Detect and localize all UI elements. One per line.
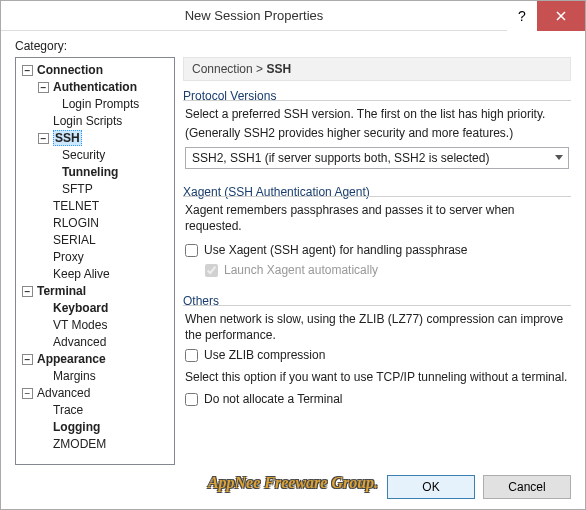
tree-login-prompts[interactable]: Login Prompts xyxy=(18,96,172,113)
breadcrumb-current: SSH xyxy=(266,62,291,76)
use-xagent-checkbox[interactable] xyxy=(185,244,198,257)
breadcrumb: Connection > SSH xyxy=(183,57,571,81)
collapse-icon[interactable]: − xyxy=(22,388,33,399)
tree-connection[interactable]: −Connection xyxy=(18,62,172,79)
others-desc-1: When network is slow, using the ZLIB (LZ… xyxy=(185,311,569,343)
ssh-version-value: SSH2, SSH1 (if server supports both, SSH… xyxy=(192,150,489,166)
title-bar: New Session Properties ? xyxy=(1,1,585,31)
tree-terminal[interactable]: −Terminal xyxy=(18,283,172,300)
cancel-button[interactable]: Cancel xyxy=(483,475,571,499)
tree-trace[interactable]: Trace xyxy=(18,402,172,419)
xagent-desc: Xagent remembers passphrases and passes … xyxy=(185,202,569,234)
breadcrumb-parent: Connection xyxy=(192,62,253,76)
tree-rlogin[interactable]: RLOGIN xyxy=(18,215,172,232)
collapse-icon[interactable]: − xyxy=(22,65,33,76)
window-title: New Session Properties xyxy=(1,8,507,23)
launch-xagent-label: Launch Xagent automatically xyxy=(224,262,378,278)
category-label: Category: xyxy=(15,39,571,53)
protocol-versions-title: Protocol Versions xyxy=(183,89,282,103)
tree-authentication[interactable]: −Authentication xyxy=(18,79,172,96)
tree-security[interactable]: Security xyxy=(18,147,172,164)
tree-serial[interactable]: SERIAL xyxy=(18,232,172,249)
no-terminal-label: Do not allocate a Terminal xyxy=(204,391,343,407)
close-button[interactable] xyxy=(537,1,585,31)
tree-vtmodes[interactable]: VT Modes xyxy=(18,317,172,334)
protocol-desc-1: Select a preferred SSH version. The firs… xyxy=(185,106,569,122)
settings-panel: Connection > SSH Protocol Versions Selec… xyxy=(183,57,571,465)
use-xagent-label: Use Xagent (SSH agent) for handling pass… xyxy=(204,242,468,258)
content-area: Category: −Connection −Authentication Lo… xyxy=(1,31,585,509)
tree-zmodem[interactable]: ZMODEM xyxy=(18,436,172,453)
tree-margins[interactable]: Margins xyxy=(18,368,172,385)
no-terminal-checkbox[interactable] xyxy=(185,393,198,406)
use-zlib-checkbox[interactable] xyxy=(185,349,198,362)
tree-advanced[interactable]: −Advanced xyxy=(18,385,172,402)
tree-advanced-terminal[interactable]: Advanced xyxy=(18,334,172,351)
protocol-desc-2: (Generally SSH2 provides higher security… xyxy=(185,125,569,141)
collapse-icon[interactable]: − xyxy=(22,354,33,365)
button-row: OK Cancel xyxy=(15,475,571,499)
close-icon xyxy=(556,11,566,21)
chevron-down-icon[interactable] xyxy=(550,148,568,168)
fieldset-others: Others When network is slow, using the Z… xyxy=(183,294,571,407)
launch-xagent-row: Launch Xagent automatically xyxy=(205,262,569,278)
tree-ssh[interactable]: −SSH xyxy=(18,130,172,147)
help-button[interactable]: ? xyxy=(507,1,537,31)
tree-keyboard[interactable]: Keyboard xyxy=(18,300,172,317)
use-zlib-label: Use ZLIB compression xyxy=(204,347,325,363)
tree-proxy[interactable]: Proxy xyxy=(18,249,172,266)
others-title: Others xyxy=(183,294,225,308)
others-desc-2: Select this option if you want to use TC… xyxy=(185,369,569,385)
collapse-icon[interactable]: − xyxy=(38,82,49,93)
ssh-version-combo[interactable]: SSH2, SSH1 (if server supports both, SSH… xyxy=(185,147,569,169)
tree-telnet[interactable]: TELNET xyxy=(18,198,172,215)
fieldset-xagent: Xagent (SSH Authentication Agent) Xagent… xyxy=(183,185,571,278)
xagent-title: Xagent (SSH Authentication Agent) xyxy=(183,185,376,199)
tree-login-scripts[interactable]: Login Scripts xyxy=(18,113,172,130)
tree-sftp[interactable]: SFTP xyxy=(18,181,172,198)
use-zlib-row: Use ZLIB compression xyxy=(185,347,569,363)
dialog-window: New Session Properties ? Category: −Conn… xyxy=(0,0,586,510)
tree-appearance[interactable]: −Appearance xyxy=(18,351,172,368)
collapse-icon[interactable]: − xyxy=(38,133,49,144)
collapse-icon[interactable]: − xyxy=(22,286,33,297)
launch-xagent-checkbox xyxy=(205,264,218,277)
category-tree[interactable]: −Connection −Authentication Login Prompt… xyxy=(15,57,175,465)
no-terminal-row: Do not allocate a Terminal xyxy=(185,391,569,407)
use-xagent-row: Use Xagent (SSH agent) for handling pass… xyxy=(185,242,569,258)
tree-tunneling[interactable]: Tunneling xyxy=(18,164,172,181)
main-row: −Connection −Authentication Login Prompt… xyxy=(15,57,571,465)
ok-button[interactable]: OK xyxy=(387,475,475,499)
fieldset-protocol-versions: Protocol Versions Select a preferred SSH… xyxy=(183,89,571,169)
tree-keepalive[interactable]: Keep Alive xyxy=(18,266,172,283)
tree-logging[interactable]: Logging xyxy=(18,419,172,436)
